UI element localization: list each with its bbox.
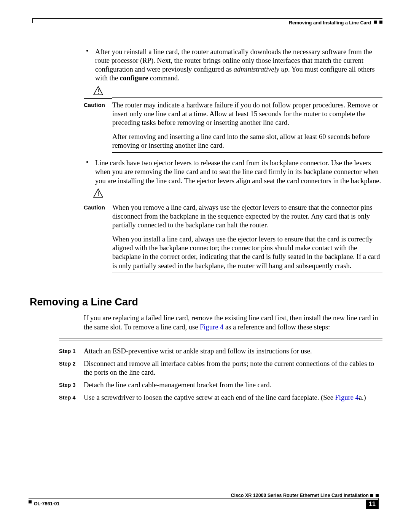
paragraph: After removing and inserting a line card…: [112, 133, 382, 150]
text-fragment: command.: [148, 74, 179, 82]
step-text: Disconnect and remove all interface cabl…: [84, 359, 382, 377]
figure-link[interactable]: Figure 4: [335, 394, 359, 401]
page-header-rule: Removing and Installing a Line Card: [29, 15, 382, 26]
paragraph: When you install a line card, always use…: [112, 235, 382, 270]
step-label: Step 2: [59, 359, 84, 377]
step-row: Step 1 Attach an ESD-preventive wrist or…: [59, 347, 382, 356]
step-row: Step 4 Use a screwdriver to loosen the c…: [59, 393, 382, 402]
caution-text: The router may indicate a hardware failu…: [112, 101, 382, 153]
caution-text: When you remove a line card, always use …: [112, 203, 382, 273]
page-footer: Cisco XR 12000 Series Router Ethernet Li…: [29, 495, 382, 514]
page-number: 11: [366, 500, 379, 509]
section-heading: Removing a Line Card: [30, 296, 382, 309]
svg-rect-5: [98, 195, 99, 196]
text-fragment: a.): [359, 394, 366, 401]
step-text: Use a screwdriver to loosen the captive …: [84, 393, 382, 402]
text-italic: administratively up: [234, 66, 288, 73]
bullet-text: After you reinstall a line card, the rou…: [95, 48, 382, 83]
bullet-dot-icon: •: [84, 159, 95, 185]
step-label: Step 1: [59, 347, 84, 356]
step-label: Step 3: [59, 381, 84, 390]
text-fragment: as a reference and follow these steps:: [223, 323, 330, 331]
step-row: Step 3 Detach the line card cable-manage…: [59, 381, 382, 390]
caution-label: Caution: [84, 203, 112, 273]
step-label: Step 4: [59, 393, 84, 402]
caution-block: Caution The router may indicate a hardwa…: [84, 86, 382, 153]
svg-rect-4: [98, 192, 99, 195]
bullet-item: • After you reinstall a line card, the r…: [84, 48, 382, 83]
running-header-title: Removing and Installing a Line Card: [289, 20, 371, 26]
step-text: Detach the line card cable-management br…: [84, 381, 382, 390]
warning-triangle-icon: [93, 189, 103, 200]
caution-block: Caution When you remove a line card, alw…: [84, 189, 382, 273]
step-row: Step 2 Disconnect and remove all interfa…: [59, 359, 382, 377]
warning-triangle-icon: [93, 86, 103, 97]
bullet-item: • Line cards have two ejector levers to …: [84, 159, 382, 185]
caution-label: Caution: [84, 101, 112, 153]
section-intro: If you are replacing a failed line card,…: [84, 314, 382, 331]
text-bold: configure: [120, 74, 148, 82]
text-fragment: Use a screwdriver to loosen the captive …: [84, 394, 335, 401]
svg-rect-2: [98, 93, 99, 94]
paragraph: When you remove a line card, always use …: [112, 203, 382, 230]
step-text: Attach an ESD-preventive wrist or ankle …: [84, 347, 382, 356]
bullet-text: Line cards have two ejector levers to re…: [95, 159, 382, 185]
bullet-dot-icon: •: [84, 48, 95, 83]
footer-doc-code: OL-7861-01: [34, 501, 59, 507]
steps-divider-rule: [59, 339, 382, 343]
paragraph: The router may indicate a hardware failu…: [112, 101, 382, 127]
figure-link[interactable]: Figure 4: [200, 323, 223, 331]
svg-rect-1: [98, 89, 99, 92]
